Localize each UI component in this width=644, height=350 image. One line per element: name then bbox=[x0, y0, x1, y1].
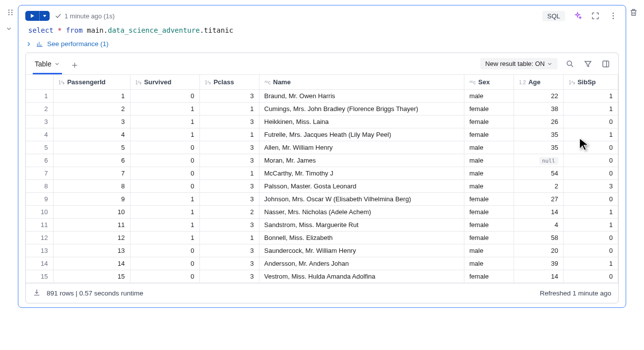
cell[interactable]: 4 bbox=[53, 128, 130, 141]
cell[interactable]: 1 bbox=[130, 103, 199, 116]
ai-assist-icon[interactable] bbox=[572, 10, 583, 21]
table-row[interactable]: 151503Vestrom, Miss. Hulda Amanda Adolfi… bbox=[26, 270, 618, 283]
code-editor[interactable]: select * from main.data_science_adventur… bbox=[25, 24, 619, 38]
cell[interactable]: 3 bbox=[564, 180, 618, 193]
cell[interactable]: 10 bbox=[53, 206, 130, 219]
cell[interactable]: 1 bbox=[130, 128, 199, 141]
cell[interactable]: 1 bbox=[564, 128, 618, 141]
cell[interactable]: 1 bbox=[564, 219, 618, 232]
cell[interactable]: Palsson, Master. Gosta Leonard bbox=[259, 180, 464, 193]
cell[interactable]: 3 bbox=[199, 244, 259, 257]
cell[interactable]: female bbox=[464, 128, 514, 141]
cell[interactable]: 1 bbox=[199, 232, 259, 244]
add-tab-button[interactable] bbox=[68, 58, 81, 73]
cell[interactable]: Braund, Mr. Owen Harris bbox=[259, 90, 464, 103]
cell[interactable]: 2 bbox=[199, 206, 259, 219]
cell[interactable]: 1 bbox=[564, 90, 618, 103]
column-header[interactable]: 1²₃Survived bbox=[130, 75, 199, 90]
cell[interactable]: 1 bbox=[199, 103, 259, 116]
run-button[interactable] bbox=[25, 11, 39, 21]
cell[interactable]: Vestrom, Miss. Hulda Amanda Adolfina bbox=[259, 270, 464, 283]
cell[interactable]: 14 bbox=[514, 270, 564, 283]
table-row[interactable]: 5503Allen, Mr. William Henrymale350 bbox=[26, 141, 618, 154]
cell[interactable]: Cumings, Mrs. John Bradley (Florence Bri… bbox=[259, 103, 464, 116]
cell[interactable]: 39 bbox=[514, 257, 564, 270]
cell[interactable]: 3 bbox=[199, 90, 259, 103]
cell[interactable]: 58 bbox=[514, 232, 564, 244]
cell[interactable]: 3 bbox=[53, 116, 130, 128]
cell[interactable]: 0 bbox=[130, 270, 199, 283]
cell[interactable]: 3 bbox=[199, 141, 259, 154]
cell[interactable]: 15 bbox=[53, 270, 130, 283]
cell[interactable]: 3 bbox=[199, 257, 259, 270]
cell[interactable]: 1 bbox=[130, 116, 199, 128]
cell[interactable]: 35 bbox=[514, 141, 564, 154]
cell[interactable]: 1 bbox=[130, 232, 199, 244]
cell[interactable]: 1 bbox=[130, 219, 199, 232]
column-header[interactable]: 1²₃PassengerId bbox=[53, 75, 130, 90]
cell[interactable]: 14 bbox=[53, 257, 130, 270]
cell[interactable]: 26 bbox=[514, 116, 564, 128]
table-row[interactable]: 111113Sandstrom, Miss. Marguerite Rutfem… bbox=[26, 219, 618, 232]
cell[interactable]: 3 bbox=[199, 193, 259, 206]
cell[interactable]: 3 bbox=[199, 116, 259, 128]
table-row[interactable]: 2211Cumings, Mrs. John Bradley (Florence… bbox=[26, 103, 618, 116]
cell[interactable]: 20 bbox=[514, 244, 564, 257]
table-row[interactable]: 8803Palsson, Master. Gosta Leonardmale23 bbox=[26, 180, 618, 193]
cell[interactable]: male bbox=[464, 244, 514, 257]
cell[interactable]: 2 bbox=[514, 180, 564, 193]
cell[interactable]: 0 bbox=[564, 232, 618, 244]
cell[interactable]: 22 bbox=[514, 90, 564, 103]
column-header[interactable]: 1²₃Pclass bbox=[199, 75, 259, 90]
table-row[interactable]: 4411Futrelle, Mrs. Jacques Heath (Lily M… bbox=[26, 128, 618, 141]
filter-icon[interactable] bbox=[582, 58, 593, 69]
table-row[interactable]: 9913Johnson, Mrs. Oscar W (Elisabeth Vil… bbox=[26, 193, 618, 206]
cell[interactable]: 1 bbox=[564, 257, 618, 270]
more-menu-icon[interactable] bbox=[608, 10, 619, 21]
column-header[interactable]: ᴬᵇcName bbox=[259, 75, 464, 90]
collapse-toggle-icon[interactable] bbox=[5, 25, 12, 34]
column-header[interactable]: ᴬᵇcSex bbox=[464, 75, 514, 90]
cell[interactable]: 35 bbox=[514, 128, 564, 141]
cell[interactable]: male bbox=[464, 90, 514, 103]
column-header[interactable]: 1.2Age bbox=[514, 75, 564, 90]
cell[interactable]: male bbox=[464, 141, 514, 154]
see-performance-link[interactable]: See performance (1) bbox=[25, 38, 619, 53]
cell[interactable]: Heikkinen, Miss. Laina bbox=[259, 116, 464, 128]
panel-icon[interactable] bbox=[600, 58, 611, 69]
cell[interactable]: male bbox=[464, 167, 514, 180]
cell[interactable]: 3 bbox=[199, 219, 259, 232]
cell[interactable]: 0 bbox=[130, 180, 199, 193]
cell[interactable]: 27 bbox=[514, 193, 564, 206]
cell[interactable]: 1 bbox=[199, 128, 259, 141]
cell[interactable]: 14 bbox=[514, 206, 564, 219]
cell[interactable]: 1 bbox=[199, 167, 259, 180]
table-row[interactable]: 1103Braund, Mr. Owen Harrismale221 bbox=[26, 90, 618, 103]
cell[interactable]: 6 bbox=[53, 154, 130, 167]
cell[interactable]: 3 bbox=[199, 154, 259, 167]
table-row[interactable]: 141403Andersson, Mr. Anders Johanmale391 bbox=[26, 257, 618, 270]
cell[interactable]: 11 bbox=[53, 219, 130, 232]
table-row[interactable]: 7701McCarthy, Mr. Timothy Jmale540 bbox=[26, 167, 618, 180]
cell[interactable]: 0 bbox=[564, 116, 618, 128]
cell[interactable]: 1 bbox=[564, 103, 618, 116]
cell[interactable]: 3 bbox=[199, 270, 259, 283]
table-row[interactable]: 101012Nasser, Mrs. Nicholas (Adele Achem… bbox=[26, 206, 618, 219]
cell[interactable]: Saundercock, Mr. William Henry bbox=[259, 244, 464, 257]
cell[interactable]: 5 bbox=[53, 141, 130, 154]
cell[interactable]: 9 bbox=[53, 193, 130, 206]
cell[interactable]: Nasser, Mrs. Nicholas (Adele Achem) bbox=[259, 206, 464, 219]
cell[interactable]: 12 bbox=[53, 232, 130, 244]
cell[interactable]: Andersson, Mr. Anders Johan bbox=[259, 257, 464, 270]
cell[interactable]: female bbox=[464, 232, 514, 244]
cell[interactable]: 0 bbox=[564, 270, 618, 283]
cell[interactable]: 1 bbox=[130, 206, 199, 219]
table-row[interactable]: 3313Heikkinen, Miss. Lainafemale260 bbox=[26, 116, 618, 128]
cell[interactable]: 0 bbox=[130, 141, 199, 154]
cell[interactable]: Sandstrom, Miss. Marguerite Rut bbox=[259, 219, 464, 232]
cell[interactable]: female bbox=[464, 270, 514, 283]
table-row[interactable]: 121211Bonnell, Miss. Elizabethfemale580 bbox=[26, 232, 618, 244]
cell[interactable]: McCarthy, Mr. Timothy J bbox=[259, 167, 464, 180]
cell[interactable]: 8 bbox=[53, 180, 130, 193]
cell[interactable]: female bbox=[464, 219, 514, 232]
